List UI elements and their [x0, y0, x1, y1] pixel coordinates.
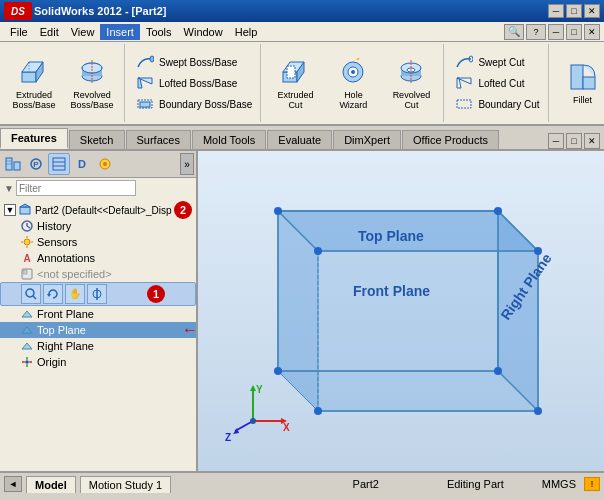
svg-marker-76	[278, 371, 538, 411]
svg-point-86	[314, 247, 322, 255]
tree-right-plane[interactable]: Right Plane	[0, 338, 196, 354]
tab-motion-study[interactable]: Motion Study 1	[80, 476, 171, 493]
ribbon-tabs: Features Sketch Surfaces Mold Tools Eval…	[0, 126, 604, 151]
svg-marker-48	[20, 204, 30, 207]
boundary-cut-button[interactable]: Boundary Cut	[450, 94, 543, 114]
sensors-label: Sensors	[37, 236, 77, 248]
search-input[interactable]	[16, 180, 136, 196]
tab-mold-tools[interactable]: Mold Tools	[192, 130, 266, 149]
extruded-boss-button[interactable]: ExtrudedBoss/Base	[6, 51, 62, 115]
menu-insert[interactable]: Insert	[100, 24, 140, 40]
viewport-svg: Front Plane Right Plane Top Plane Y X Z	[198, 151, 604, 471]
extruded-cut-button[interactable]: ExtrudedCut	[267, 51, 323, 115]
extruded-cut-icon	[279, 56, 311, 88]
tab-minimize-button[interactable]: ─	[548, 133, 564, 149]
lofted-boss-button[interactable]: Lofted Boss/Base	[131, 73, 256, 93]
svg-point-87	[274, 367, 282, 375]
solidworks-logo: DS SolidWorks 2012 - [Part2]	[4, 2, 166, 20]
zoom-icon[interactable]	[21, 284, 41, 304]
swept-cut-button[interactable]: Swept Cut	[450, 52, 543, 72]
viewport[interactable]: 🔍 + − ⟳ ▢ ◈ ⬡ ◫ ⚙	[198, 151, 604, 471]
tree-top-plane[interactable]: Top Plane ←	[0, 322, 196, 338]
tab-model[interactable]: Model	[26, 476, 76, 493]
tab-sketch[interactable]: Sketch	[69, 130, 125, 149]
revolved-boss-button[interactable]: RevolvedBoss/Base	[64, 51, 120, 115]
tab-surfaces[interactable]: Surfaces	[126, 130, 191, 149]
tree-material[interactable]: <not specified>	[0, 266, 196, 282]
svg-point-46	[103, 162, 107, 166]
hole-wizard-button[interactable]: HoleWizard	[325, 51, 381, 115]
sidebar-filter: ▼	[0, 178, 196, 198]
normal-to-icon[interactable]	[87, 284, 107, 304]
menu-edit[interactable]: Edit	[34, 24, 65, 40]
title-minimize-button[interactable]: ─	[548, 24, 564, 40]
menu-file[interactable]: File	[4, 24, 34, 40]
plane-top-icon	[20, 323, 34, 337]
feature-manager-icon[interactable]	[2, 153, 24, 175]
svg-marker-68	[22, 343, 32, 349]
tab-evaluate[interactable]: Evaluate	[267, 130, 332, 149]
svg-text:A: A	[23, 253, 30, 264]
title-bar-title: SolidWorks 2012 - [Part2]	[34, 5, 166, 17]
menu-help[interactable]: Help	[229, 24, 264, 40]
fillet-label: Fillet	[573, 95, 592, 105]
tab-restore-button[interactable]: □	[566, 133, 582, 149]
property-manager-icon[interactable]: P	[25, 153, 47, 175]
extruded-boss-icon	[18, 56, 50, 88]
status-left-button[interactable]: ◄	[4, 476, 22, 492]
window-controls[interactable]: ─ □ ✕	[548, 4, 600, 18]
svg-text:D: D	[78, 158, 86, 170]
rotate-icon[interactable]	[43, 284, 63, 304]
menu-tools[interactable]: Tools	[140, 24, 178, 40]
svg-rect-19	[287, 66, 295, 78]
help-icon[interactable]: ?	[526, 24, 546, 40]
sidebar-expand-button[interactable]: »	[180, 153, 194, 175]
lofted-cut-button[interactable]: Lofted Cut	[450, 73, 543, 93]
svg-point-22	[351, 70, 355, 74]
pan-icon[interactable]: ✋	[65, 284, 85, 304]
part-name-status: Part2	[353, 478, 379, 490]
boundary-cut-icon	[454, 96, 474, 112]
svg-marker-62	[47, 294, 51, 297]
history-icon	[20, 219, 34, 233]
lofted-cut-label: Lofted Cut	[478, 78, 524, 89]
fillet-button[interactable]: Fillet	[555, 48, 604, 118]
tree-origin[interactable]: Origin	[0, 354, 196, 370]
tree-history[interactable]: History	[0, 218, 196, 234]
warning-icon[interactable]: !	[584, 477, 600, 491]
tab-close-button[interactable]: ✕	[584, 133, 600, 149]
tree-part2-root[interactable]: ▼ Part2 (Default<<Default>_Disp 2	[0, 202, 196, 218]
cut-group: ExtrudedCut HoleWizard	[263, 44, 444, 122]
tree-expand-part2[interactable]: ▼	[4, 204, 16, 216]
svg-point-88	[494, 367, 502, 375]
restore-button[interactable]: □	[566, 4, 582, 18]
svg-line-61	[33, 296, 36, 299]
menu-view[interactable]: View	[65, 24, 101, 40]
tree-front-plane[interactable]: Front Plane	[0, 306, 196, 322]
main-toolbar: ExtrudedBoss/Base RevolvedBoss/Base	[0, 42, 604, 126]
hole-wizard-label: HoleWizard	[339, 90, 367, 110]
configuration-manager-icon[interactable]	[48, 153, 70, 175]
tab-office-products[interactable]: Office Products	[402, 130, 499, 149]
tab-features[interactable]: Features	[0, 128, 68, 149]
search-icon[interactable]: 🔍	[504, 24, 524, 40]
tree-annotations[interactable]: A Annotations	[0, 250, 196, 266]
menu-bar: File Edit View Insert Tools Window Help …	[0, 22, 604, 42]
swept-boss-button[interactable]: Swept Boss/Base	[131, 52, 256, 72]
boundary-boss-button[interactable]: Boundary Boss/Base	[131, 94, 256, 114]
tab-dimxpert[interactable]: DimXpert	[333, 130, 401, 149]
revolved-cut-button[interactable]: RevolvedCut	[383, 51, 439, 115]
tree-sensors[interactable]: Sensors	[0, 234, 196, 250]
status-bar: ◄ Model Motion Study 1 Part2 Editing Par…	[0, 471, 604, 495]
svg-rect-2	[22, 72, 36, 82]
display-manager-icon[interactable]	[94, 153, 116, 175]
minimize-button[interactable]: ─	[548, 4, 564, 18]
cut-sub-group: Swept Cut Lofted Cut Boundary Cut	[446, 44, 548, 122]
svg-rect-47	[20, 207, 30, 214]
menu-window[interactable]: Window	[178, 24, 229, 40]
dimxpert-manager-icon[interactable]: D	[71, 153, 93, 175]
svg-text:DS: DS	[11, 6, 25, 17]
title-close-button[interactable]: ✕	[584, 24, 600, 40]
close-button[interactable]: ✕	[584, 4, 600, 18]
title-restore-button[interactable]: □	[566, 24, 582, 40]
